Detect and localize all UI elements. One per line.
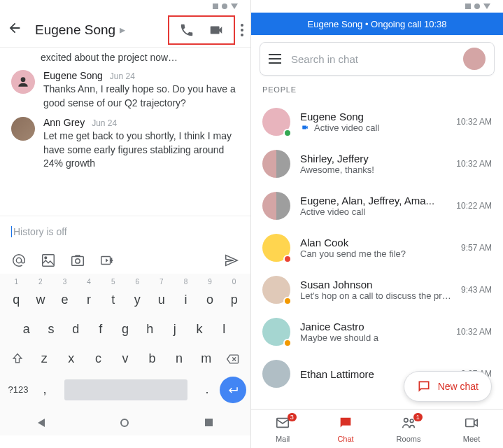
more-menu-button[interactable] [241, 24, 243, 36]
video-icon [300, 122, 310, 133]
key-n[interactable]: n [169, 347, 189, 371]
chat-list-item[interactable]: Susan Johnson Let's hop on a call to dis… [251, 269, 503, 311]
key-f[interactable]: f [91, 318, 111, 342]
chat-title[interactable]: Eugene Song [35, 22, 115, 38]
chat-list-item[interactable]: Alan Cook Can you send me the file? 9:57… [251, 227, 503, 269]
svg-rect-4 [72, 256, 84, 265]
key-hint: 7 [152, 278, 171, 286]
key-v[interactable]: v [115, 347, 135, 371]
nav-chat[interactable]: Chat [314, 410, 377, 448]
message-text: excited about the project now… [0, 52, 250, 63]
key-hint: 5 [104, 278, 123, 286]
key-hint: 4 [79, 278, 99, 286]
avatar [262, 318, 290, 346]
nav-recent[interactable] [205, 419, 213, 426]
search-container: Search in chat [251, 35, 503, 83]
key-g[interactable]: g [115, 318, 135, 342]
compose-area[interactable]: History is off [0, 216, 250, 247]
key-o[interactable]: o [200, 288, 220, 312]
message-text: Let me get back to you shortly, I think … [43, 130, 239, 171]
chat-list-item[interactable]: Janice Castro Maybe we should a 10:32 AM [251, 311, 503, 353]
key-d[interactable]: d [66, 318, 85, 342]
video-attach-icon[interactable] [99, 253, 115, 268]
nav-rooms[interactable]: 1 Rooms [377, 410, 440, 448]
key-w[interactable]: w [31, 288, 50, 312]
chat-time: 10:32 AM [456, 327, 492, 337]
svg-point-5 [76, 259, 80, 263]
chat-time: 10:32 AM [456, 159, 492, 169]
space-key[interactable] [64, 379, 187, 400]
new-chat-button[interactable]: New chat [404, 371, 492, 402]
menu-icon[interactable] [269, 54, 281, 64]
key-b[interactable]: b [143, 347, 162, 371]
badge: 3 [288, 413, 297, 421]
key-x[interactable]: x [62, 347, 81, 371]
chat-list-item[interactable]: Eugene, Alan, Jeffrey, Ama... Active vid… [251, 185, 503, 227]
period-key[interactable]: . [197, 378, 217, 402]
badge: 1 [413, 413, 423, 421]
status-icon [222, 4, 227, 9]
send-button[interactable] [224, 253, 239, 268]
status-bar [0, 0, 250, 13]
phone-icon[interactable] [179, 22, 194, 38]
enter-key[interactable] [220, 377, 246, 403]
message-date: Jun 24 [92, 118, 117, 128]
key-hint: 6 [127, 278, 147, 286]
chat-time: 9:57 AM [461, 243, 492, 253]
key-k[interactable]: k [190, 318, 209, 342]
key-i[interactable]: i [176, 288, 195, 312]
video-icon[interactable] [208, 22, 224, 38]
key-t[interactable]: t [104, 288, 123, 312]
avatar [262, 276, 290, 304]
chat-name: Shirley, Jeffery [300, 153, 446, 164]
symbols-key[interactable]: ?123 [4, 378, 32, 402]
chat-list-item[interactable]: Shirley, Jeffery Awesome, thanks! 10:32 … [251, 143, 503, 185]
key-l[interactable]: l [214, 318, 234, 342]
backspace-key[interactable] [220, 347, 246, 371]
key-z[interactable]: z [34, 347, 54, 371]
chat-list-item[interactable]: Eugene Song Active video call 10:32 AM [251, 101, 503, 143]
message-author: Eugene Song [43, 70, 103, 81]
key-c[interactable]: c [88, 347, 108, 371]
key-h[interactable]: h [140, 318, 160, 342]
message-author: Ann Grey [43, 117, 85, 128]
status-icon [474, 4, 480, 9]
key-e[interactable]: e [55, 288, 74, 312]
chat-name: Alan Cook [300, 237, 451, 248]
key-a[interactable]: a [17, 318, 36, 342]
chat-preview: Awesome, thanks! [300, 164, 446, 175]
nav-mail[interactable]: 3 Mail [251, 410, 314, 448]
key-q[interactable]: q [6, 288, 26, 312]
camera-icon[interactable] [70, 253, 85, 268]
mention-icon[interactable] [11, 253, 27, 268]
chat-preview: Can you send me the file? [300, 248, 451, 259]
key-j[interactable]: j [165, 318, 185, 342]
nav-back[interactable] [38, 419, 45, 427]
nav-meet[interactable]: Meet [440, 410, 503, 448]
key-r[interactable]: r [79, 288, 99, 312]
search-box[interactable]: Search in chat [260, 42, 495, 76]
profile-avatar[interactable] [463, 48, 486, 70]
ongoing-call-banner[interactable]: Eugene Song • Ongoing call 10:38 [251, 13, 503, 35]
comma-key[interactable]: , [35, 378, 55, 402]
avatar [262, 150, 290, 178]
key-s[interactable]: s [41, 318, 61, 342]
key-y[interactable]: y [127, 288, 147, 312]
status-icon [213, 4, 218, 9]
nav-label: Chat [337, 435, 353, 443]
key-m[interactable]: m [197, 347, 216, 371]
chat-name: Janice Castro [300, 321, 446, 332]
key-u[interactable]: u [152, 288, 171, 312]
svg-point-1 [16, 258, 21, 262]
android-nav-bar [0, 410, 250, 435]
key-p[interactable]: p [225, 288, 244, 312]
keyboard: 1234567890 qwertyuiop asdfghjkl zxcvbnm … [0, 274, 250, 435]
image-icon[interactable] [41, 253, 56, 268]
shift-key[interactable] [4, 347, 31, 371]
message-text: Thanks Ann, I really hope so. Do you hav… [43, 83, 239, 110]
svg-point-0 [21, 77, 26, 82]
back-button[interactable] [7, 20, 22, 40]
avatar [11, 117, 35, 141]
history-off-label: History is off [13, 226, 67, 237]
nav-home[interactable] [120, 419, 129, 427]
